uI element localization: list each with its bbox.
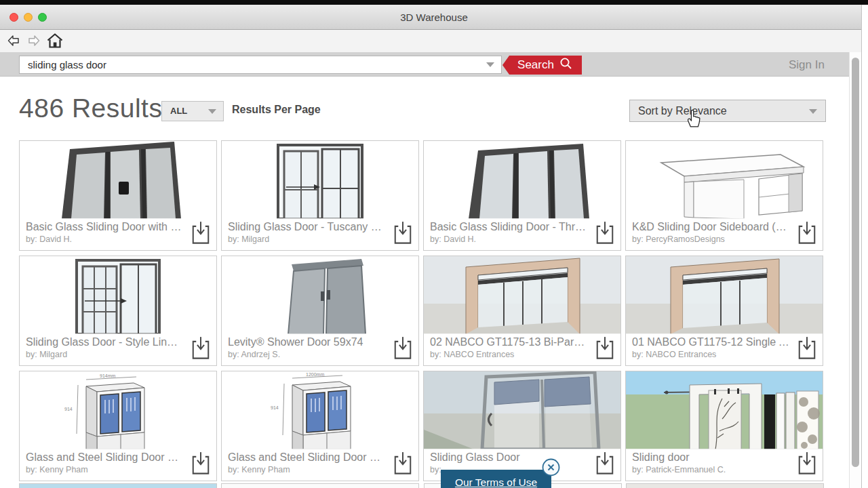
card-caption: 02 NABCO GT1175-13 Bi-Partin... by: NABC… bbox=[424, 333, 620, 365]
model-author[interactable]: by: David H. bbox=[26, 234, 210, 245]
partial-card bbox=[221, 483, 419, 488]
download-button[interactable] bbox=[593, 336, 616, 362]
download-button[interactable] bbox=[593, 451, 616, 477]
result-card[interactable]: Levity® Shower Door 59x74 by: Andrzej S. bbox=[221, 256, 419, 366]
svg-text:914: 914 bbox=[64, 407, 73, 411]
download-button[interactable] bbox=[189, 451, 212, 477]
model-thumbnail-grid-door-arrow-2[interactable] bbox=[20, 256, 216, 334]
model-title[interactable]: K&D Sliding Door Sideboard (Do... bbox=[632, 220, 816, 234]
download-button[interactable] bbox=[391, 221, 414, 247]
model-author[interactable]: by: PercyRamosDesigns bbox=[632, 234, 816, 245]
download-icon bbox=[190, 451, 212, 476]
result-card[interactable]: Basic Glass Sliding Door - Three ... by:… bbox=[423, 140, 621, 251]
partial-card bbox=[626, 483, 824, 488]
model-title[interactable]: Basic Glass Sliding Door - Three ... bbox=[430, 220, 614, 234]
result-card[interactable]: Sliding Glass Door by: bbox=[423, 371, 621, 481]
download-icon bbox=[190, 221, 212, 245]
result-card[interactable]: K&D Sliding Door Sideboard (Do... by: Pe… bbox=[625, 140, 823, 251]
download-icon bbox=[392, 451, 414, 476]
model-author[interactable]: by: Kenny Pham bbox=[228, 464, 412, 475]
model-author[interactable]: by: Andrzej S. bbox=[228, 349, 412, 360]
model-title[interactable]: Sliding Glass Door - Style Line S... bbox=[26, 335, 210, 349]
close-icon[interactable] bbox=[542, 458, 560, 476]
result-card[interactable]: Sliding door by: Patrick-Emmanuel C. bbox=[625, 371, 823, 481]
model-thumbnail-tan-storefront-single[interactable] bbox=[626, 256, 823, 334]
model-thumbnail-blue-glass-cabinet-dims[interactable]: 914mm914 bbox=[20, 371, 216, 449]
result-card[interactable]: 1200mm914 Glass and Steel Sliding Door C… bbox=[221, 371, 419, 481]
back-arrow-icon[interactable] bbox=[7, 34, 20, 50]
card-caption: Sliding door by: Patrick-Emmanuel C. bbox=[626, 449, 823, 481]
download-icon bbox=[796, 451, 818, 476]
model-author[interactable]: by: David H. bbox=[430, 234, 614, 245]
model-author[interactable]: by: Kenny Pham bbox=[26, 464, 210, 475]
home-icon[interactable] bbox=[47, 33, 63, 51]
download-button[interactable] bbox=[795, 336, 818, 362]
search-input[interactable]: sliding glass door bbox=[19, 56, 502, 74]
search-button[interactable]: Search bbox=[502, 56, 582, 75]
terms-of-use-link[interactable]: Our Terms of Use bbox=[455, 473, 537, 488]
sort-select[interactable]: Sort by Relevance bbox=[629, 100, 826, 122]
model-title[interactable]: 02 NABCO GT1175-13 Bi-Partin... bbox=[430, 335, 614, 349]
model-thumbnail-dark-three-panel-door-handle[interactable] bbox=[20, 141, 216, 219]
download-button[interactable] bbox=[391, 336, 414, 362]
chevron-down-icon bbox=[208, 109, 216, 114]
model-title[interactable]: Levity® Shower Door 59x74 bbox=[228, 335, 412, 349]
svg-text:1200mm: 1200mm bbox=[306, 372, 324, 377]
results-per-page-label: Results Per Page bbox=[232, 104, 321, 116]
card-caption: Glass and Steel Sliding Door Ca... by: K… bbox=[20, 449, 216, 481]
download-button[interactable] bbox=[189, 336, 212, 362]
model-author[interactable]: by: NABCO Entrances bbox=[430, 349, 614, 360]
download-button[interactable] bbox=[795, 221, 818, 247]
magnifier-icon bbox=[559, 57, 572, 73]
model-title[interactable]: Sliding Glass Door - Tuscany Ser... bbox=[228, 220, 412, 234]
search-dropdown-arrow-icon[interactable] bbox=[486, 62, 494, 67]
model-thumbnail-door-scene-gray[interactable] bbox=[424, 371, 620, 449]
results-per-page-select[interactable]: ALL bbox=[161, 101, 224, 121]
letterbox-bar bbox=[0, 0, 868, 5]
result-card[interactable]: Sliding Glass Door - Tuscany Ser... by: … bbox=[221, 140, 419, 251]
model-thumbnail-white-sideboard[interactable] bbox=[626, 141, 823, 219]
model-thumbnail-blue-glass-cabinet-dims-2[interactable]: 1200mm914 bbox=[222, 371, 418, 449]
download-icon bbox=[594, 336, 616, 361]
model-thumbnail-grid-door-arrow[interactable] bbox=[222, 141, 418, 219]
window-close-button[interactable] bbox=[9, 13, 18, 22]
model-title[interactable]: 01 NABCO GT1175-12 Single All... bbox=[632, 335, 816, 349]
download-icon bbox=[190, 336, 212, 361]
result-card[interactable]: 914mm914 Glass and Steel Sliding Door Ca… bbox=[19, 371, 217, 481]
search-button-label: Search bbox=[517, 58, 554, 72]
model-author[interactable]: by: Patrick-Emmanuel C. bbox=[632, 464, 816, 475]
result-card[interactable]: Basic Glass Sliding Door with Ha... by: … bbox=[19, 140, 217, 251]
download-button[interactable] bbox=[795, 451, 818, 477]
window-minimize-button[interactable] bbox=[24, 13, 33, 22]
result-card[interactable]: 02 NABCO GT1175-13 Bi-Partin... by: NABC… bbox=[423, 256, 621, 366]
model-title[interactable]: Sliding Glass Door bbox=[430, 450, 614, 464]
scrollbar-thumb[interactable] bbox=[852, 58, 859, 467]
download-button[interactable] bbox=[391, 451, 414, 477]
model-author[interactable]: by: Milgard bbox=[26, 349, 210, 360]
browser-toolbar bbox=[0, 30, 861, 52]
result-card[interactable]: Sliding Glass Door - Style Line S... by:… bbox=[19, 256, 217, 366]
download-button[interactable] bbox=[593, 221, 616, 247]
svg-text:914mm: 914mm bbox=[100, 373, 116, 378]
model-thumbnail-dark-three-panel-door[interactable] bbox=[424, 141, 620, 219]
model-thumbnail-door-scene-green[interactable] bbox=[626, 371, 823, 449]
model-author[interactable]: by: NABCO Entrances bbox=[632, 349, 816, 360]
forward-arrow-icon[interactable] bbox=[27, 34, 41, 50]
model-title[interactable]: Glass and Steel Sliding Door Ca... bbox=[228, 450, 412, 464]
window-zoom-button[interactable] bbox=[38, 13, 47, 22]
model-thumbnail-tan-storefront-bi[interactable] bbox=[424, 256, 620, 334]
download-icon bbox=[392, 221, 414, 245]
sign-in-link[interactable]: Sign In bbox=[789, 56, 825, 75]
model-author[interactable]: by: Milgard bbox=[228, 234, 412, 245]
model-title[interactable]: Glass and Steel Sliding Door Ca... bbox=[26, 450, 210, 464]
window-edge bbox=[861, 5, 868, 488]
model-thumbnail-gray-shower-door[interactable] bbox=[222, 256, 418, 334]
download-button[interactable] bbox=[189, 221, 212, 247]
window-title: 3D Warehouse bbox=[0, 5, 868, 30]
model-title[interactable]: Sliding door bbox=[632, 450, 816, 464]
model-title[interactable]: Basic Glass Sliding Door with Ha... bbox=[26, 220, 210, 234]
card-caption: Basic Glass Sliding Door - Three ... by:… bbox=[424, 218, 620, 250]
result-card[interactable]: 01 NABCO GT1175-12 Single All... by: NAB… bbox=[625, 256, 823, 366]
search-query-text: sliding glass door bbox=[28, 56, 106, 73]
scrollbar-track[interactable] bbox=[849, 52, 861, 488]
